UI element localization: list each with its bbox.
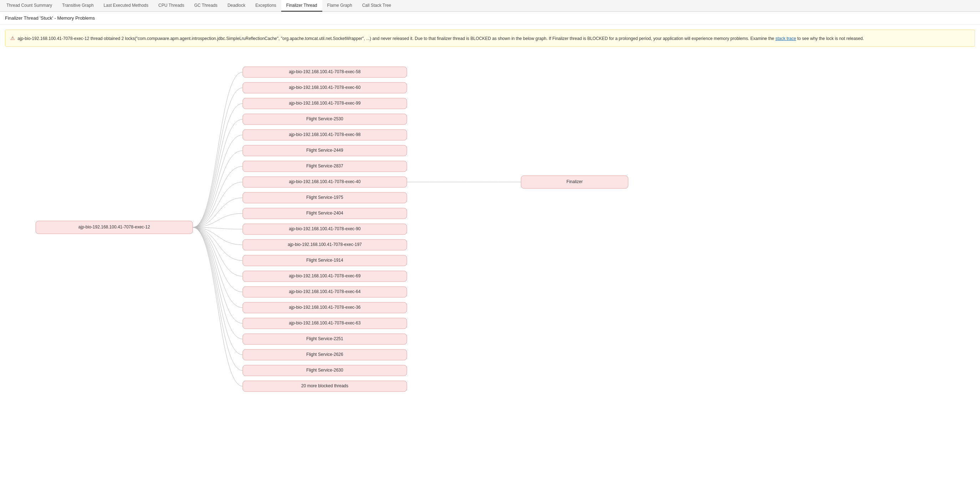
svg-text:ajp-bio-192.168.100.41-7078-ex: ajp-bio-192.168.100.41-7078-exec-60 [289, 85, 361, 90]
svg-text:Flight Service-1975: Flight Service-1975 [306, 195, 343, 200]
svg-text:ajp-bio-192.168.100.41-7078-ex: ajp-bio-192.168.100.41-7078-exec-90 [289, 227, 361, 232]
svg-text:ajp-bio-192.168.100.41-7078-ex: ajp-bio-192.168.100.41-7078-exec-197 [288, 242, 362, 247]
warning-box: ⚠ ajp-bio-192.168.100.41-7078-exec-12 th… [5, 30, 975, 47]
svg-text:ajp-bio-192.168.100.41-7078-ex: ajp-bio-192.168.100.41-7078-exec-69 [289, 274, 361, 279]
svg-text:Flight Service-2626: Flight Service-2626 [306, 352, 343, 357]
tab-finalizer-thread[interactable]: Finalizer Thread [281, 0, 322, 12]
svg-text:Flight Service-2251: Flight Service-2251 [306, 337, 343, 342]
page-title: Finalizer Thread 'Stuck' - Memory Proble… [0, 12, 980, 25]
tab-flame-graph[interactable]: Flame Graph [322, 0, 357, 12]
svg-text:ajp-bio-192.168.100.41-7078-ex: ajp-bio-192.168.100.41-7078-exec-99 [289, 101, 361, 106]
warning-text-after: to see why the lock is not released. [796, 36, 864, 41]
svg-text:20 more blocked threads: 20 more blocked threads [301, 384, 348, 389]
svg-text:Finalizer: Finalizer [566, 180, 582, 185]
svg-text:Flight Service-2630: Flight Service-2630 [306, 368, 343, 373]
warning-text-before: ajp-bio-192.168.100.41-7078-exec-12 thre… [18, 36, 775, 41]
tab-gc-threads[interactable]: GC Threads [189, 0, 222, 12]
svg-text:Flight Service-2404: Flight Service-2404 [306, 211, 343, 216]
tab-call-stack-tree[interactable]: Call Stack Tree [357, 0, 396, 12]
tab-transitive-graph[interactable]: Transitive Graph [57, 0, 99, 12]
tab-bar: Thread Count SummaryTransitive GraphLast… [0, 0, 980, 12]
svg-text:Flight Service-2530: Flight Service-2530 [306, 117, 343, 122]
svg-text:ajp-bio-192.168.100.41-7078-ex: ajp-bio-192.168.100.41-7078-exec-63 [289, 321, 361, 326]
tab-thread-count-summary[interactable]: Thread Count Summary [2, 0, 57, 12]
svg-text:ajp-bio-192.168.100.41-7078-ex: ajp-bio-192.168.100.41-7078-exec-40 [289, 180, 361, 185]
tab-last-executed-methods[interactable]: Last Executed Methods [99, 0, 153, 12]
tab-cpu-threads[interactable]: CPU Threads [153, 0, 189, 12]
svg-text:ajp-bio-192.168.100.41-7078-ex: ajp-bio-192.168.100.41-7078-exec-64 [289, 290, 361, 294]
graph-area: ajp-bio-192.168.100.41-7078-exec-12ajp-b… [0, 52, 980, 403]
tab-deadlock[interactable]: Deadlock [222, 0, 250, 12]
svg-text:ajp-bio-192.168.100.41-7078-ex: ajp-bio-192.168.100.41-7078-exec-98 [289, 132, 361, 137]
tab-exceptions[interactable]: Exceptions [250, 0, 281, 12]
svg-text:Flight Service-2837: Flight Service-2837 [306, 164, 343, 169]
svg-text:ajp-bio-192.168.100.41-7078-ex: ajp-bio-192.168.100.41-7078-exec-12 [78, 225, 150, 230]
svg-text:Flight Service-2449: Flight Service-2449 [306, 148, 343, 153]
svg-text:ajp-bio-192.168.100.41-7078-ex: ajp-bio-192.168.100.41-7078-exec-58 [289, 70, 361, 75]
stack-trace-link[interactable]: stack trace [775, 36, 796, 41]
warning-icon: ⚠ [10, 35, 15, 41]
svg-text:Flight Service-1914: Flight Service-1914 [306, 258, 343, 263]
svg-text:ajp-bio-192.168.100.41-7078-ex: ajp-bio-192.168.100.41-7078-exec-36 [289, 305, 361, 310]
